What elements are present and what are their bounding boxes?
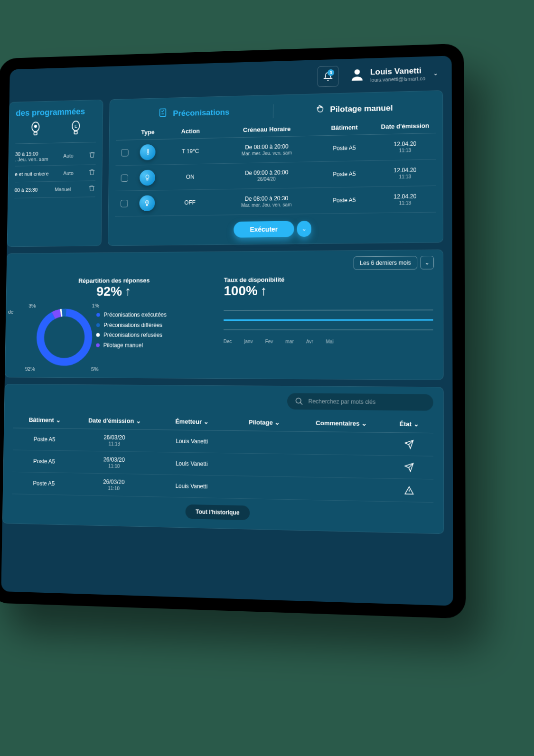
chart-legend: Préconisations exécutées Préconisations … [96,310,167,370]
delete-button[interactable] [88,151,95,159]
tab-pilotage-manuel[interactable]: Pilotage manuel [273,98,436,121]
cell-action: OFF [161,199,219,206]
cell-time: 11:10 [75,463,152,469]
col-batiment[interactable]: Bâtiment ⌄ [13,416,76,424]
thermometer-icon [140,144,155,160]
chevron-down-icon: ⌄ [413,420,419,428]
col-creneau: Créneau Horaire [220,125,314,134]
cell-emetteur: Louis Vanetti [152,482,231,490]
donut-label: 92% [25,366,35,372]
chevron-down-icon: ⌄ [425,259,430,266]
svg-rect-6 [74,131,77,134]
col-comment[interactable]: Commentaires ⌄ [298,419,385,427]
cell-date: 12.04.20 [375,193,436,200]
checklist-icon [158,107,169,120]
user-menu[interactable]: Louis Vanetti louis.vanetti@lsmart.co ⌄ [349,64,438,84]
chevron-down-icon: ⌄ [56,417,61,424]
svg-point-17 [296,398,301,403]
period-select[interactable]: Les 6 derniers mois [354,256,417,270]
row-checkbox[interactable] [121,200,128,207]
col-emetteur[interactable]: Émetteur ⌄ [153,418,231,426]
stat-value: 92%↑ [15,283,214,299]
row-mode: Auto [63,153,74,159]
chevron-down-icon: ⌄ [204,418,209,425]
row-checkbox[interactable] [121,149,129,157]
scheduled-row: 30 à 19:00. Jeu. ven. sam Auto [15,146,95,167]
col-type: Type [134,128,162,136]
donut-label: 3% [28,303,36,308]
avatar-icon [349,66,365,85]
lightbulb-icon [140,170,155,186]
truncated-text: de [8,309,14,315]
cell-date: 12.04.20 [375,166,436,174]
tab-preconisations[interactable]: Préconisations [116,102,273,124]
cell-days: Mar. mer. Jeu. ven. sam [219,202,314,208]
donut-chart: 3% 1% 92% 5% [32,305,96,370]
light-icon[interactable] [29,121,42,140]
scheduled-row: e et nuit entière Auto [15,165,96,182]
tab-label: Pilotage manuel [330,103,393,114]
cell-date: 26/03/20 [76,456,153,464]
send-icon[interactable] [385,439,433,449]
month-label: Avr [306,339,313,344]
row-time: 00 à 23:30 [15,187,38,193]
cell-time: 11:13 [76,441,153,447]
month-axis: Dec janv Fev mar Avr Mai [224,339,433,345]
svg-rect-12 [147,205,148,206]
search-input[interactable]: Recherchez par mots clés [287,393,433,411]
donut-label: 1% [92,303,99,308]
all-history-button[interactable]: Tout l'historique [185,504,250,520]
arrow-up-icon: ↑ [261,283,267,299]
cell-time: 11:13 [375,147,436,154]
month-label: Mai [326,339,333,344]
history-card: Recherchez par mots clés Bâtiment ⌄ Date… [2,384,444,534]
svg-point-13 [40,313,89,362]
cell-emetteur: Louis Vanetti [153,438,231,445]
cell-emetteur: Louis Vanetti [153,460,231,468]
scheduled-commands-card: des programmées E 30 à 19:00. Jeu. ven. … [7,100,103,247]
plug-icon: E [139,195,155,211]
row-checkbox[interactable] [121,174,129,182]
warning-icon[interactable] [385,485,433,496]
svg-text:E: E [75,124,77,129]
delete-button[interactable] [88,168,95,177]
cell-batiment: Poste A5 [13,457,76,465]
cell-batiment: Poste A5 [12,480,75,487]
chevron-down-icon: ⌄ [433,70,438,76]
svg-rect-9 [147,179,148,180]
cell-creneau: De 08:00 à 20:30 [219,195,314,203]
col-date[interactable]: Date d'émission ⌄ [76,417,153,425]
period-label: Les 6 derniers mois [360,259,411,266]
svg-point-2 [35,125,37,128]
execute-button[interactable]: Exécuter [234,221,294,237]
col-etat[interactable]: État ⌄ [385,420,433,428]
plug-e-icon[interactable]: E [69,120,82,139]
cell-batiment: Poste A5 [314,170,375,178]
col-action: Action [161,127,220,136]
delete-button[interactable] [88,185,95,193]
send-icon[interactable] [385,462,433,473]
period-dropdown[interactable]: ⌄ [420,256,434,270]
search-icon [295,397,303,405]
card-title: des programmées [16,107,96,119]
cell-time: 11:10 [75,485,152,492]
chevron-down-icon: ⌄ [136,418,141,425]
legend-item: Préconisations différées [103,322,162,328]
chevron-down-icon: ⌄ [362,420,367,427]
cell-date: 12.04.20 [375,140,436,148]
svg-point-8 [146,175,149,179]
col-pilotage[interactable]: Pilotage ⌄ [231,419,298,427]
search-placeholder: Recherchez par mots clés [308,398,375,405]
chevron-down-icon: ⌄ [301,225,306,232]
arrow-up-icon: ↑ [125,284,131,299]
notification-badge: 3 [328,69,334,76]
month-label: janv [244,339,253,344]
stat-value: 100%↑ [224,282,433,299]
month-label: Dec [224,339,232,344]
svg-point-0 [355,69,360,75]
execute-dropdown[interactable]: ⌄ [297,221,311,237]
cell-action: ON [161,173,219,181]
user-email: louis.vanetti@lsmart.co [370,75,425,83]
notifications-button[interactable]: 3 [318,66,338,87]
legend-item: Préconisations refusées [103,332,162,338]
